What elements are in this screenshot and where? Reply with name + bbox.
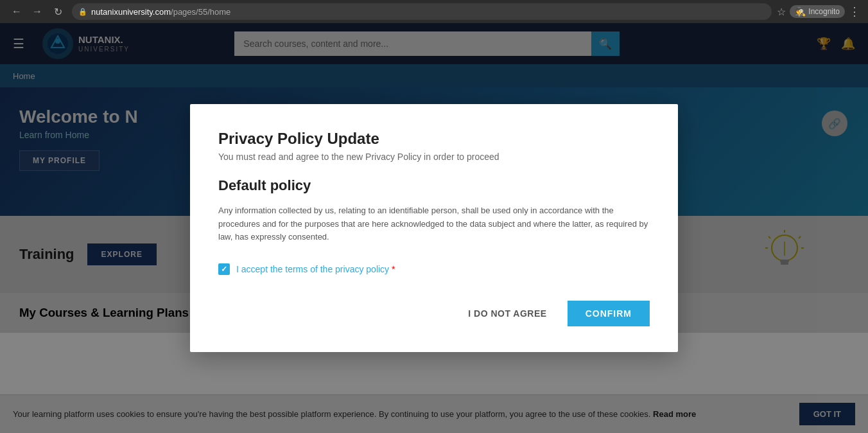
- forward-button[interactable]: →: [28, 3, 46, 21]
- url-text: nutanixuniversity.com/pages/55/home: [91, 7, 230, 17]
- modal-section-title: Default policy: [218, 177, 650, 194]
- address-bar[interactable]: 🔒 nutanixuniversity.com/pages/55/home: [72, 3, 772, 20]
- modal-actions: I DO NOT AGREE CONFIRM: [218, 301, 650, 326]
- modal-title: Privacy Policy Update: [218, 130, 650, 148]
- menu-icon[interactable]: ⋮: [849, 4, 860, 19]
- modal-overlay: Privacy Policy Update You must read and …: [0, 23, 868, 433]
- browser-nav-buttons: ← → ↻: [8, 3, 67, 21]
- modal-subtitle: You must read and agree to the new Priva…: [218, 152, 650, 162]
- back-button[interactable]: ←: [8, 3, 26, 21]
- accept-terms-row: I accept the terms of the privacy policy…: [218, 263, 650, 275]
- do-not-agree-button[interactable]: I DO NOT AGREE: [458, 302, 557, 325]
- modal-body-text: Any information collected by us, relatin…: [218, 204, 650, 244]
- browser-actions: ☆ 🕵 Incognito ⋮: [777, 4, 860, 19]
- privacy-policy-modal: Privacy Policy Update You must read and …: [190, 104, 678, 352]
- accept-terms-label[interactable]: I accept the terms of the privacy policy…: [236, 264, 395, 274]
- confirm-button[interactable]: CONFIRM: [568, 301, 650, 326]
- accept-terms-checkbox[interactable]: [218, 263, 230, 275]
- refresh-button[interactable]: ↻: [49, 3, 67, 21]
- lock-icon: 🔒: [78, 8, 87, 16]
- star-icon[interactable]: ☆: [777, 6, 786, 18]
- browser-chrome: ← → ↻ 🔒 nutanixuniversity.com/pages/55/h…: [0, 0, 868, 23]
- incognito-badge: 🕵 Incognito: [790, 5, 845, 18]
